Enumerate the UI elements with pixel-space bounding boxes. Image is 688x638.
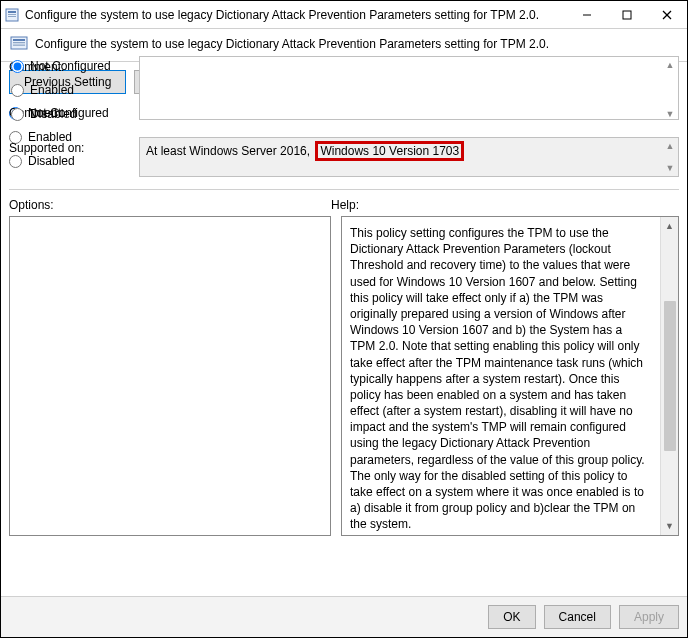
ok-button[interactable]: OK [488, 605, 535, 629]
help-panel: This policy setting configures the TPM t… [341, 216, 679, 536]
supported-on-box: At least Windows Server 2016, Windows 10… [139, 137, 679, 177]
footer: OK Cancel Apply [1, 596, 687, 637]
scroll-up-icon[interactable]: ▲ [663, 58, 677, 72]
divider [9, 189, 679, 190]
titlebar: Configure the system to use legacy Dicti… [1, 1, 687, 29]
supported-prefix: At least Windows Server 2016, [146, 144, 310, 158]
svg-rect-2 [8, 14, 16, 15]
options-label: Options: [9, 198, 331, 212]
cancel-button[interactable]: Cancel [544, 605, 611, 629]
state-radio-group-2: Not Configured Enabled Disabled [11, 55, 121, 131]
supported-highlight: Windows 10 Version 1703 [315, 141, 464, 161]
svg-rect-1 [8, 11, 16, 13]
app-icon [1, 8, 23, 22]
supported-wrap: At least Windows Server 2016, Windows 10… [139, 137, 679, 177]
panel-labels: Options: Help: [1, 198, 687, 216]
svg-rect-10 [13, 42, 25, 43]
scroll-up-icon[interactable]: ▲ [663, 139, 677, 153]
header-title: Configure the system to use legacy Dicti… [35, 37, 549, 51]
panels: This policy setting configures the TPM t… [1, 216, 687, 596]
svg-rect-11 [13, 45, 25, 46]
radio-enabled[interactable]: Enabled [11, 83, 121, 97]
scrollbar-thumb[interactable] [664, 301, 676, 451]
scroll-down-icon[interactable]: ▼ [663, 161, 677, 175]
close-button[interactable] [647, 1, 687, 29]
svg-rect-3 [8, 16, 16, 17]
radio-disabled[interactable]: Disabled [11, 107, 121, 121]
comment-wrap: ▲ ▼ [139, 56, 679, 123]
supported-label: Supported on: [9, 137, 127, 155]
policy-icon [9, 35, 29, 53]
minimize-button[interactable] [567, 1, 607, 29]
svg-rect-5 [623, 11, 631, 19]
radio-not-configured-input[interactable] [11, 60, 24, 73]
options-panel [9, 216, 331, 536]
help-text: This policy setting configures the TPM t… [350, 225, 650, 533]
scroll-up-icon[interactable]: ▲ [661, 217, 679, 235]
radio-disabled-input[interactable] [11, 108, 24, 121]
svg-rect-9 [13, 39, 25, 41]
scroll-down-icon[interactable]: ▼ [661, 517, 679, 535]
scroll-down-icon[interactable]: ▼ [663, 107, 677, 121]
maximize-button[interactable] [607, 1, 647, 29]
help-scrollbar[interactable]: ▲ ▼ [660, 217, 678, 535]
radio-enabled-input[interactable] [11, 84, 24, 97]
radio-not-configured[interactable]: Not Configured [11, 59, 121, 73]
help-label: Help: [331, 198, 359, 212]
window-title: Configure the system to use legacy Dicti… [23, 8, 567, 22]
comment-textarea[interactable] [139, 56, 679, 120]
apply-button[interactable]: Apply [619, 605, 679, 629]
